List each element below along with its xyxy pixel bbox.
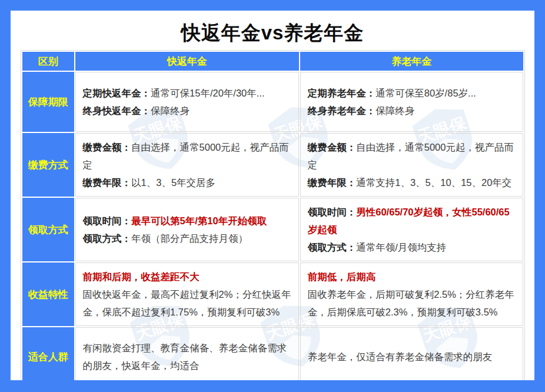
page-title: 快返年金vs养老年金 (11, 11, 534, 51)
field-value: 通常可保至80岁/85岁... (375, 88, 476, 98)
row-label: 收益特性 (22, 263, 74, 326)
field-value: 保障终身 (375, 105, 414, 116)
field-value-highlighted: 最早可以第5年/第10年开始领取 (131, 215, 267, 226)
field-value: 以1、3、5年交居多 (131, 177, 215, 188)
cell-quick-return-returns: 前期和后期，收益差距不大 固收快返年金，最高不超过复利2%；分红快返年金，保底不… (75, 263, 299, 326)
field-label: 领取方式： (83, 233, 132, 244)
field-label: 定期养老年金： (308, 88, 376, 98)
table-header-row: 区别 快返年金 养老年金 (22, 52, 523, 71)
header-cell-quick-return-annuity: 快返年金 (75, 52, 299, 71)
table-row-suitable-audience: 适合人群 有闲散资金打理、教育金储备、养老金储备需求的朋友，快返年金，均适合 养… (22, 327, 523, 386)
cell-pension-returns: 前期低，后期高 固收养老年金，后期可破复利2.5%；分红养老年金，后期保底可破2… (300, 263, 523, 326)
row-label: 缴费方式 (22, 133, 74, 197)
header-cell-difference: 区别 (22, 52, 74, 71)
table-row-withdrawal-method: 领取方式 领取时间：最早可以第5年/第10年开始领取 领取方式：年领（部分产品支… (22, 198, 523, 261)
field-value: 保障终身 (151, 105, 190, 116)
table-row-return-characteristics: 收益特性 前期和后期，收益差距不大 固收快返年金，最高不超过复利2%；分红快返年… (22, 263, 523, 326)
field-label: 领取时间： (83, 215, 132, 226)
header-cell-pension-annuity: 养老年金 (300, 52, 523, 71)
cell-quick-return-withdrawal: 领取时间：最早可以第5年/第10年开始领取 领取方式：年领（部分产品支持月领） (75, 198, 299, 261)
field-label: 领取方式： (308, 242, 357, 253)
field-value: 通常支持1、3、5、10、15、20年交 (356, 177, 511, 188)
field-value: 固收养老年金，后期可破复利2.5%；分红养老年金，后期保底可破2.3%，预期复利… (308, 285, 516, 321)
highlight-headline: 前期低，后期高 (308, 268, 516, 285)
highlight-headline: 前期和后期，收益差距不大 (83, 268, 291, 285)
field-label: 定期快返年金： (83, 88, 151, 98)
field-value: 通常年领/月领均支持 (356, 242, 446, 253)
row-label: 适合人群 (22, 327, 74, 386)
field-value: 固收快返年金，最高不超过复利2%；分红快返年金，保底不超过复利1.75%，预期复… (83, 285, 291, 321)
page-content: 天眼保 天眼保 天眼保 天眼保 天眼保 天眼保 快返年金vs养老年金 区别 快返… (11, 11, 534, 380)
cell-pension-payment: 缴费金额：自由选择，通常5000元起，视产品而定 缴费年限：通常支持1、3、5、… (300, 133, 523, 197)
field-value: 养老年金，仅适合有养老金储备需求的朋友 (308, 348, 516, 366)
cell-pension-coverage: 定期养老年金：通常可保至80岁/85岁... 终身养老年金：保障终身 (300, 72, 523, 132)
field-label: 领取时间： (308, 207, 357, 217)
field-label: 缴费金额： (308, 142, 357, 152)
field-value: 通常可保15年/20年/30年... (151, 88, 264, 98)
field-label: 终身养老年金： (308, 105, 376, 116)
row-label: 保障期限 (22, 72, 74, 132)
cell-quick-return-coverage: 定期快返年金：通常可保15年/20年/30年... 终身快返年金：保障终身 (75, 72, 299, 132)
field-value: 年领（部分产品支持月领） (131, 233, 248, 244)
row-label: 领取方式 (22, 198, 74, 261)
field-label: 缴费金额： (83, 142, 132, 152)
table-row-payment-method: 缴费方式 缴费金额：自由选择，通常5000元起，视产品而定 缴费年限：以1、3、… (22, 133, 523, 197)
field-value: 有闲散资金打理、教育金储备、养老金储备需求的朋友，快返年金，均适合 (83, 339, 291, 374)
comparison-table: 区别 快返年金 养老年金 保障期限 定期快返年金：通常可保15年/20年/30年… (21, 51, 524, 387)
field-label: 缴费年限： (83, 177, 132, 188)
cell-quick-return-audience: 有闲散资金打理、教育金储备、养老金储备需求的朋友，快返年金，均适合 (75, 327, 299, 386)
infographic-page: 天眼保 天眼保 天眼保 天眼保 天眼保 天眼保 快返年金vs养老年金 区别 快返… (0, 0, 545, 392)
field-label: 终身快返年金： (83, 105, 151, 116)
cell-quick-return-payment: 缴费金额：自由选择，通常5000元起，视产品而定 缴费年限：以1、3、5年交居多 (75, 133, 299, 197)
field-label: 缴费年限： (308, 177, 357, 188)
cell-pension-withdrawal: 领取时间：男性60/65/70岁起领，女性55/60/65岁起领 领取方式：通常… (300, 198, 523, 261)
cell-pension-audience: 养老年金，仅适合有养老金储备需求的朋友 (300, 327, 523, 386)
table-row-coverage-period: 保障期限 定期快返年金：通常可保15年/20年/30年... 终身快返年金：保障… (22, 72, 523, 132)
